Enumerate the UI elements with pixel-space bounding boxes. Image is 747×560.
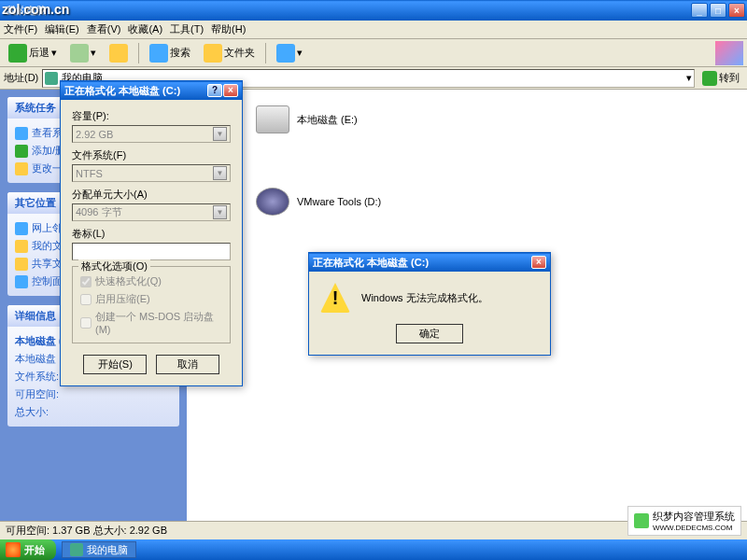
panel-title: 系统任务 bbox=[15, 101, 56, 115]
menu-fav[interactable]: 收藏(A) bbox=[128, 22, 162, 36]
folders-button[interactable]: 文件夹 bbox=[199, 41, 260, 65]
volume-label-label: 卷标(L) bbox=[72, 227, 231, 241]
alloc-label: 分配单元大小(A) bbox=[72, 188, 231, 202]
status-text: 可用空间: 1.37 GB 总大小: 2.92 GB bbox=[6, 524, 167, 538]
go-button[interactable]: 转到 bbox=[698, 69, 743, 88]
detail-line: 总大小: bbox=[15, 403, 172, 421]
info-icon bbox=[15, 127, 28, 140]
disk-icon bbox=[256, 105, 289, 133]
toolbar: 后退 ▾ ▾ 搜索 文件夹 ▾ bbox=[0, 39, 747, 67]
detail-line: 可用空间: bbox=[15, 385, 172, 403]
alloc-combo[interactable]: 4096 字节▼ bbox=[72, 203, 231, 221]
dialog-title: 正在格式化 本地磁盘 (C:) bbox=[64, 84, 207, 98]
capacity-label: 容量(P): bbox=[72, 109, 231, 123]
forward-icon bbox=[70, 44, 89, 63]
vmware-icon bbox=[256, 188, 289, 216]
chevron-down-icon: ▼ bbox=[213, 205, 227, 219]
dialog-close-button[interactable]: × bbox=[223, 84, 238, 97]
start-icon bbox=[6, 542, 21, 557]
fs-label: 文件系统(F) bbox=[72, 148, 231, 162]
menu-edit[interactable]: 编辑(E) bbox=[45, 22, 79, 36]
menu-file[interactable]: 文件(F) bbox=[4, 22, 37, 36]
quick-format-checkbox bbox=[80, 276, 92, 287]
group-legend: 格式化选项(O) bbox=[78, 259, 150, 273]
back-icon bbox=[8, 44, 27, 63]
dedecms-icon bbox=[634, 513, 649, 528]
taskbar: 开始 我的电脑 bbox=[0, 539, 747, 560]
error-messagebox: 正在格式化 本地磁盘 (C:) × ! Windows 无法完成格式化。 确定 bbox=[308, 252, 551, 356]
menu-help[interactable]: 帮助(H) bbox=[211, 22, 246, 36]
shared-icon bbox=[15, 258, 28, 271]
back-button[interactable]: 后退 ▾ bbox=[4, 41, 62, 65]
chevron-down-icon: ▼ bbox=[213, 127, 227, 141]
chevron-down-icon: ▼ bbox=[213, 166, 227, 180]
views-icon bbox=[276, 44, 295, 63]
views-button[interactable]: ▾ bbox=[272, 41, 307, 65]
panel-title: 详细信息 bbox=[15, 309, 56, 323]
ok-button[interactable]: 确定 bbox=[396, 324, 463, 343]
search-button[interactable]: 搜索 bbox=[145, 41, 195, 65]
folders-icon bbox=[204, 44, 222, 63]
separator bbox=[138, 43, 139, 63]
up-button[interactable] bbox=[105, 41, 133, 65]
watermark: zol.com.cn bbox=[2, 2, 69, 17]
forward-button[interactable]: ▾ bbox=[65, 41, 101, 65]
taskbar-item[interactable]: 我的电脑 bbox=[62, 541, 136, 558]
computer-icon bbox=[70, 543, 83, 556]
format-dialog: 正在格式化 本地磁盘 (C:) ? × 容量(P): 2.92 GB▼ 文件系统… bbox=[60, 80, 243, 386]
msgbox-close-button[interactable]: × bbox=[531, 256, 546, 269]
menu-tools[interactable]: 工具(T) bbox=[170, 22, 204, 36]
msdos-checkbox bbox=[80, 317, 92, 329]
maximize-button[interactable]: □ bbox=[710, 3, 726, 18]
window-title: 我的电脑 bbox=[2, 4, 691, 18]
format-options-group: 格式化选项(O) 快速格式化(Q) 启用压缩(E) 创建一个 MS-DOS 启动… bbox=[72, 266, 231, 343]
computer-icon bbox=[45, 72, 58, 85]
cancel-button[interactable]: 取消 bbox=[156, 355, 219, 374]
start-button[interactable]: 开始(S) bbox=[83, 355, 147, 374]
separator bbox=[265, 43, 266, 63]
docs-icon bbox=[15, 240, 28, 253]
dialog-titlebar[interactable]: 正在格式化 本地磁盘 (C:) ? × bbox=[61, 81, 242, 100]
help-button[interactable]: ? bbox=[207, 84, 222, 97]
windows-logo-icon bbox=[715, 41, 743, 65]
msgbox-title: 正在格式化 本地磁盘 (C:) bbox=[313, 256, 531, 270]
minimize-button[interactable]: _ bbox=[691, 3, 708, 18]
addremove-icon bbox=[15, 145, 28, 158]
address-label: 地址(D) bbox=[4, 71, 38, 85]
drive-d[interactable]: VMware Tools (D:) bbox=[256, 183, 381, 220]
drive-e[interactable]: 本地磁盘 (E:) bbox=[256, 101, 381, 138]
start-button[interactable]: 开始 bbox=[0, 539, 56, 560]
dropdown-icon[interactable]: ▾ bbox=[686, 72, 692, 84]
settings-icon bbox=[15, 162, 28, 175]
menubar: 文件(F) 编辑(E) 查看(V) 收藏(A) 工具(T) 帮助(H) bbox=[0, 21, 747, 39]
search-icon bbox=[149, 44, 168, 63]
compress-checkbox bbox=[80, 294, 92, 305]
close-button[interactable]: × bbox=[728, 3, 745, 18]
watermark2: 织梦内容管理系统WWW.DEDECMS.COM bbox=[627, 506, 741, 536]
warning-icon: ! bbox=[320, 283, 350, 313]
msgbox-text: Windows 无法完成格式化。 bbox=[361, 291, 488, 305]
up-icon bbox=[109, 44, 128, 63]
volume-label-input[interactable] bbox=[72, 243, 231, 260]
capacity-combo[interactable]: 2.92 GB▼ bbox=[72, 125, 231, 143]
cpanel-icon bbox=[15, 275, 28, 288]
network-icon bbox=[15, 222, 28, 235]
titlebar: 我的电脑 _ □ × bbox=[0, 0, 747, 21]
filesystem-combo[interactable]: NTFS▼ bbox=[72, 164, 231, 182]
go-icon bbox=[702, 71, 717, 86]
menu-view[interactable]: 查看(V) bbox=[87, 22, 121, 36]
msgbox-titlebar[interactable]: 正在格式化 本地磁盘 (C:) × bbox=[309, 253, 550, 272]
panel-title: 其它位置 bbox=[15, 196, 56, 210]
